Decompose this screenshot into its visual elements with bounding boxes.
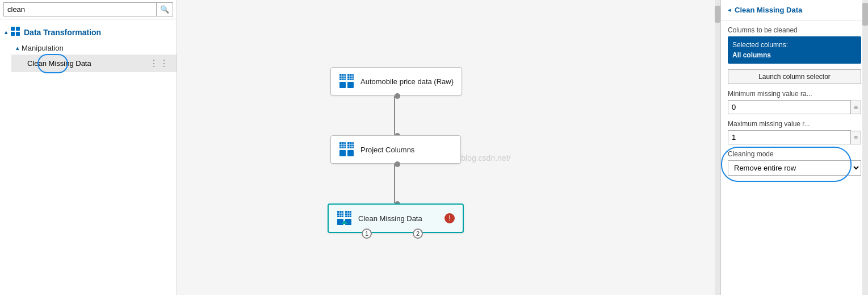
- tree-section: ▴ Data Transformation ▴ Manipulation Cle…: [0, 19, 177, 76]
- max-menu-button[interactable]: ≡: [851, 131, 861, 144]
- launch-column-selector-button[interactable]: Launch column selector: [728, 69, 861, 84]
- max-missing-field: Maximum missing value r... ≡: [728, 120, 861, 144]
- tree-root-data-transformation[interactable]: ▴ Data Transformation: [0, 23, 177, 41]
- cleaning-mode-field: Cleaning mode Remove entire row Replace …: [728, 150, 861, 176]
- search-bar: 🔍: [0, 0, 177, 19]
- node-automobile-label: Automobile price data (Raw): [360, 77, 454, 86]
- svg-rect-6: [339, 82, 346, 88]
- columns-field: Columns to be cleaned Selected columns: …: [728, 26, 861, 64]
- node-port-2[interactable]: 2: [413, 228, 423, 239]
- connector-line-1: [394, 96, 395, 135]
- node-clean-missing-data[interactable]: Clean Missing Data ! 1 2: [328, 203, 464, 233]
- tree-manipulation[interactable]: ▴ Manipulation: [11, 41, 177, 55]
- cleaning-mode-label: Cleaning mode: [728, 150, 861, 158]
- search-input[interactable]: [3, 2, 157, 16]
- min-label: Minimum missing value ra...: [728, 90, 861, 98]
- tree-root-label: Data Transformation: [24, 28, 101, 37]
- svg-rect-1: [16, 27, 20, 31]
- main-canvas[interactable]: http://blog.csdn.net/ Automobile: [177, 0, 720, 295]
- tree-child-section: ▴ Manipulation Clean Missing Data ⋮⋮: [0, 41, 177, 72]
- node-automobile-price[interactable]: Automobile price data (Raw): [330, 67, 462, 95]
- node-project-columns[interactable]: Project Columns: [330, 135, 461, 164]
- svg-rect-30: [337, 219, 343, 225]
- svg-rect-18: [339, 150, 346, 156]
- manipulation-arrow: ▴: [16, 44, 19, 52]
- manipulation-label: Manipulation: [22, 44, 64, 52]
- svg-rect-19: [347, 150, 354, 156]
- selected-columns-box: Selected columns: All columns: [728, 36, 861, 64]
- svg-rect-3: [16, 32, 20, 36]
- selected-columns-line2: All columns: [732, 50, 857, 60]
- cleaning-mode-select[interactable]: Remove entire row Replace with mean Repl…: [728, 160, 861, 176]
- connector-dot-1: [395, 93, 400, 99]
- main-scrollbar[interactable]: [715, 0, 720, 295]
- min-value-input[interactable]: [728, 100, 851, 114]
- svg-rect-7: [347, 82, 354, 88]
- right-panel-body: Columns to be cleaned Selected columns: …: [721, 20, 868, 181]
- max-input-row: ≡: [728, 130, 861, 144]
- port-1-label: 1: [365, 230, 368, 237]
- tree-item-menu-dots[interactable]: ⋮⋮: [149, 58, 170, 69]
- node-error-badge: !: [445, 213, 455, 223]
- selected-columns-line1: Selected columns:: [732, 40, 857, 50]
- node-clean-label: Clean Missing Data: [358, 214, 422, 223]
- main-scrollbar-thumb[interactable]: [715, 6, 720, 23]
- node-port-1[interactable]: 1: [362, 228, 372, 239]
- max-label: Maximum missing value r...: [728, 120, 861, 128]
- right-panel-collapse-arrow[interactable]: ◂: [728, 6, 731, 14]
- left-panel: 🔍 ▴ Data Transformation ▴ Manipulation: [0, 0, 177, 295]
- svg-rect-0: [11, 27, 15, 31]
- search-icon: 🔍: [160, 5, 169, 14]
- connector-dot-3: [395, 161, 400, 167]
- cleaning-mode-dropdown-row: Remove entire row Replace with mean Repl…: [728, 160, 861, 176]
- right-panel: ◂ Clean Missing Data Columns to be clean…: [720, 0, 868, 295]
- svg-rect-4: [339, 74, 346, 80]
- min-missing-field: Minimum missing value ra... ≡: [728, 90, 861, 114]
- svg-rect-17: [347, 142, 354, 148]
- port-2-label: 2: [416, 230, 420, 237]
- svg-rect-28: [337, 211, 343, 217]
- min-input-row: ≡: [728, 100, 861, 114]
- tree-item-clean-missing-data[interactable]: Clean Missing Data ⋮⋮: [11, 55, 177, 72]
- tree-root-icon: [10, 26, 20, 38]
- node-icon-automobile: [339, 73, 355, 89]
- svg-rect-16: [339, 142, 346, 148]
- tree-root-arrow: ▴: [5, 28, 8, 36]
- tree-item-label: Clean Missing Data: [27, 59, 91, 68]
- right-panel-title: Clean Missing Data: [735, 6, 802, 14]
- connector-line-2: [394, 164, 395, 203]
- right-panel-header: ◂ Clean Missing Data: [721, 0, 868, 20]
- columns-label: Columns to be cleaned: [728, 26, 861, 34]
- node-project-label: Project Columns: [360, 146, 414, 154]
- svg-rect-29: [345, 211, 351, 217]
- svg-rect-31: [345, 219, 351, 225]
- search-button[interactable]: 🔍: [157, 2, 173, 16]
- svg-rect-2: [11, 32, 15, 36]
- svg-rect-5: [347, 74, 354, 80]
- max-value-input[interactable]: [728, 130, 851, 144]
- node-icon-clean: [337, 210, 353, 226]
- node-icon-project: [339, 142, 355, 157]
- min-menu-button[interactable]: ≡: [851, 101, 861, 114]
